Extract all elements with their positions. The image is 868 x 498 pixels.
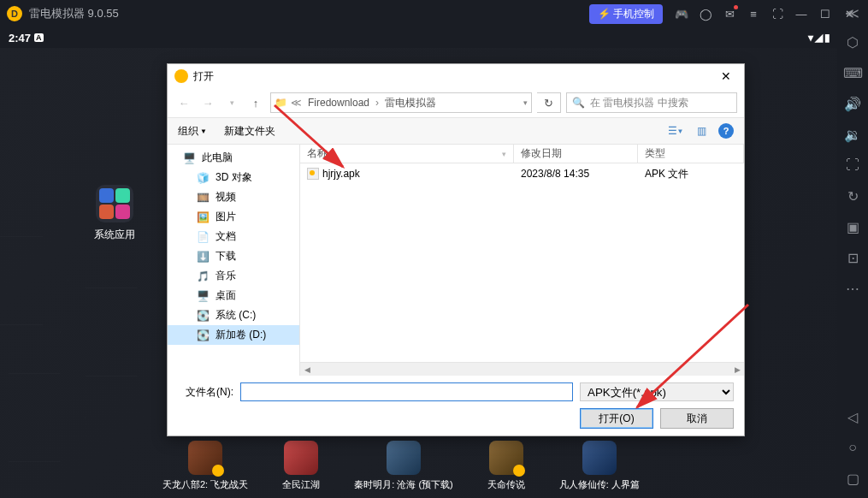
phone-control-label: 手机控制 <box>613 7 654 21</box>
collapse-sidebar-icon[interactable]: ≪ <box>845 5 859 21</box>
dock-app[interactable]: 天命传说 <box>487 441 525 491</box>
dock-app[interactable]: 凡人修仙传: 人界篇 <box>559 441 640 491</box>
tree-item[interactable]: 🎞️视频 <box>168 187 299 207</box>
tree-item[interactable]: 📄文档 <box>168 227 299 246</box>
organize-button[interactable]: 组织 ▼ <box>178 124 207 139</box>
nav-forward-button[interactable]: → <box>198 97 217 110</box>
music-icon: 🎵 <box>197 270 210 282</box>
more-icon[interactable]: ⋯ <box>843 279 862 298</box>
folder-icon <box>96 185 133 222</box>
help-button[interactable]: ? <box>718 123 734 139</box>
home-icon[interactable]: ○ <box>843 438 862 457</box>
preview-pane-button[interactable]: ▥ <box>693 124 710 138</box>
chevron-down-icon[interactable]: ▾ <box>523 98 528 107</box>
desktop-icon: 🖥️ <box>197 290 210 302</box>
horizontal-scrollbar[interactable]: ◀ ▶ <box>300 362 744 376</box>
file-name: hjrjy.apk <box>322 168 360 180</box>
bolt-icon: ⚡ <box>598 8 611 20</box>
column-name[interactable]: 名称 <box>300 145 514 163</box>
tree-item-label: 下载 <box>216 249 236 264</box>
nav-up-button[interactable]: ↑ <box>246 97 265 110</box>
emulator-toolbar: ⬡ ⌨ 🔊 🔉 ⛶ ↻ ▣ ⊡ ⋯ ◁ ○ ▢ <box>837 26 868 498</box>
maximize-icon[interactable]: ☐ <box>813 2 837 26</box>
open-button[interactable]: 打开(O) <box>580 408 653 429</box>
search-input[interactable]: 🔍 在 雷电模拟器 中搜索 <box>566 92 737 113</box>
dialog-close-button[interactable]: ✕ <box>715 69 737 83</box>
hexagon-icon[interactable]: ⬡ <box>843 33 862 51</box>
dialog-footer: 文件名(N): APK文件(*.apk) 打开(O) 取消 <box>168 376 744 436</box>
column-date[interactable]: 修改日期 <box>514 145 638 163</box>
tree-item[interactable]: 🖥️此电脑 <box>168 148 299 168</box>
breadcrumb-item[interactable]: Firedownload <box>305 97 372 109</box>
view-mode-button[interactable]: ☰ ▼ <box>667 124 684 138</box>
phone-control-button[interactable]: ⚡ 手机控制 <box>589 4 663 24</box>
record-icon[interactable]: ⊡ <box>843 248 862 267</box>
breadcrumb-item[interactable]: 雷电模拟器 <box>382 96 439 110</box>
system-apps-folder[interactable]: 系统应用 <box>94 185 135 242</box>
filename-label: 文件名(N): <box>178 385 233 400</box>
app-dock: 天龙八部2: 飞龙战天 全民江湖 秦时明月: 沧海 (预下载) 天命传说 凡人修… <box>162 440 786 491</box>
user-icon[interactable]: ◯ <box>694 2 717 26</box>
file-filter-select[interactable]: APK文件(*.apk) <box>580 382 734 401</box>
scroll-left-icon[interactable]: ◀ <box>300 365 314 374</box>
dialog-navbar: ← → ▾ ↑ 📁 ≪ Firedownload › 雷电模拟器 ▾ ↻ 🔍 在… <box>168 88 744 117</box>
video-icon: 🎞️ <box>197 192 210 204</box>
expand-icon[interactable]: ⛶ <box>843 156 862 175</box>
mail-icon[interactable]: ✉ <box>717 2 741 26</box>
cancel-button[interactable]: 取消 <box>660 408 734 429</box>
gamepad-icon[interactable]: 🎮 <box>670 2 694 26</box>
search-icon: 🔍 <box>572 97 585 109</box>
pc-icon: 🖥️ <box>183 152 197 164</box>
screenshot-icon[interactable]: ▣ <box>843 217 862 236</box>
tree-item[interactable]: 🖼️图片 <box>168 207 299 227</box>
app-title: 雷电模拟器 9.0.55 <box>29 6 589 21</box>
keyboard-icon[interactable]: ⌨ <box>843 63 862 82</box>
wifi-icon: ▾ <box>808 32 813 44</box>
drive-icon: 💽 <box>197 329 210 341</box>
chevron-down-icon: ▼ <box>200 127 207 135</box>
tree-item-label: 视频 <box>216 190 236 205</box>
nav-back-button[interactable]: ← <box>174 97 193 110</box>
tree-item-label: 系统 (C:) <box>216 308 256 323</box>
dialog-toolbar: 组织 ▼ 新建文件夹 ☰ ▼ ▥ ? <box>168 117 744 145</box>
back-icon[interactable]: ◁ <box>843 407 862 426</box>
apk-file-icon <box>307 168 319 180</box>
app-badge-icon: A <box>34 33 44 42</box>
tree-item[interactable]: ⬇️下载 <box>168 246 299 266</box>
scroll-right-icon[interactable]: ▶ <box>730 365 744 374</box>
minimize-icon[interactable]: — <box>789 2 813 26</box>
dock-app-label: 秦时明月: 沧海 (预下载) <box>354 478 453 491</box>
tree-item[interactable]: 💽系统 (C:) <box>168 305 299 325</box>
nav-dropdown-button[interactable]: ▾ <box>222 98 241 107</box>
volume-down-icon[interactable]: 🔉 <box>843 125 862 144</box>
rotate-icon[interactable]: ↻ <box>843 187 862 205</box>
recent-icon[interactable]: ▢ <box>843 469 862 488</box>
dock-app[interactable]: 天龙八部2: 飞龙战天 <box>162 441 248 491</box>
tree-item[interactable]: 🧊3D 对象 <box>168 168 299 187</box>
tree-item-label: 新加卷 (D:) <box>216 328 266 342</box>
column-type[interactable]: 类型 <box>638 145 744 163</box>
search-placeholder: 在 雷电模拟器 中搜索 <box>590 96 688 110</box>
tree-item-label: 文档 <box>216 229 236 244</box>
dock-app[interactable]: 全民江湖 <box>282 441 320 491</box>
drive-icon: 💽 <box>197 310 210 322</box>
volume-up-icon[interactable]: 🔊 <box>843 94 862 113</box>
tree-item-label: 图片 <box>216 210 236 224</box>
signal-icon: ◢ <box>815 32 823 44</box>
dock-app-label: 凡人修仙传: 人界篇 <box>559 478 640 491</box>
file-row[interactable]: hjrjy.apk2023/8/8 14:35APK 文件 <box>300 163 744 182</box>
tree-item[interactable]: 🎵音乐 <box>168 266 299 286</box>
file-date: 2023/8/8 14:35 <box>514 168 638 180</box>
android-statusbar: 2:47 A ▾ ◢ ▮ <box>0 27 868 48</box>
fullscreen-icon[interactable]: ⛶ <box>765 2 789 26</box>
titlebar: D 雷电模拟器 9.0.55 ⚡ 手机控制 🎮 ◯ ✉ ≡ ⛶ — ☐ ✕ <box>0 0 868 27</box>
dock-app[interactable]: 秦时明月: 沧海 (预下载) <box>354 441 453 491</box>
tree-item[interactable]: 🖥️桌面 <box>168 286 299 305</box>
dock-app-label: 天命传说 <box>487 478 525 491</box>
refresh-button[interactable]: ↻ <box>537 92 561 113</box>
menu-icon[interactable]: ≡ <box>741 2 765 26</box>
new-folder-button[interactable]: 新建文件夹 <box>224 124 275 139</box>
breadcrumb[interactable]: 📁 ≪ Firedownload › 雷电模拟器 ▾ <box>270 92 532 113</box>
tree-item[interactable]: 💽新加卷 (D:) <box>168 325 299 345</box>
filename-input[interactable] <box>240 382 573 401</box>
